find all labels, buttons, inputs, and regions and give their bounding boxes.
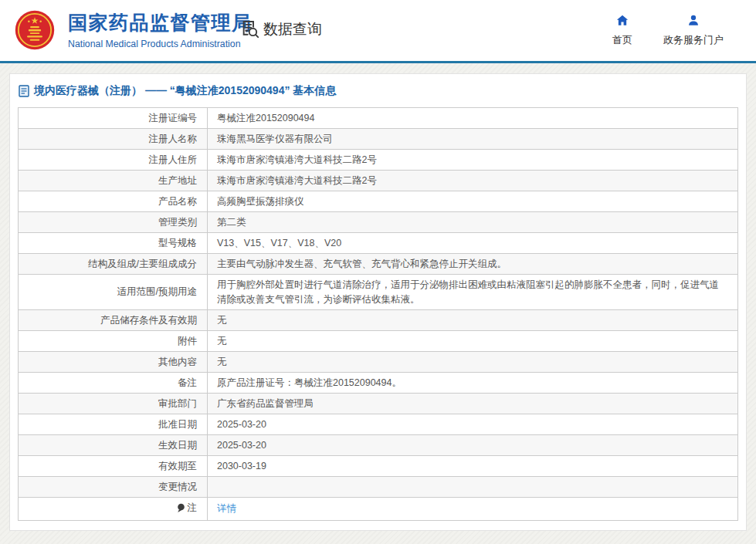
- table-row: 注册人名称珠海黑马医学仪器有限公司: [19, 129, 738, 150]
- table-row: 审批部门广东省药品监督管理局: [19, 394, 738, 414]
- table-row: 其他内容无: [19, 352, 738, 373]
- nav-home[interactable]: 首页: [612, 13, 632, 47]
- brand: 国家药品监督管理局 National Medical Products Admi…: [68, 10, 253, 49]
- content-panel: 境内医疗器械（注册） —— “粤械注准20152090494” 基本信息 注册证…: [9, 73, 747, 531]
- row-value: 珠海市唐家湾镇港湾大道科技二路2号: [208, 171, 738, 191]
- table-row: 适用范围/预期用途用于胸腔外部处置时进行气道清除治疗，适用于分泌物排出困难或由粘…: [19, 275, 738, 310]
- note-label-text: 注: [188, 501, 198, 515]
- row-value: V13、V15、V17、V18、V20: [208, 233, 738, 254]
- table-row: 备注原产品注册证号：粤械注准20152090494。: [19, 373, 738, 394]
- pin-icon: [177, 503, 185, 513]
- row-label: 生产地址: [19, 171, 208, 191]
- row-value: 无: [208, 310, 738, 331]
- row-value: 粤械注准20152090494: [208, 108, 738, 129]
- top-nav: 首页 政务服务门户: [612, 13, 724, 47]
- table-row: 产品名称高频胸壁振荡排痰仪: [19, 191, 738, 212]
- page-title-text: 境内医疗器械（注册） —— “粤械注准20152090494” 基本信息: [34, 84, 336, 98]
- table-row: 生产地址珠海市唐家湾镇港湾大道科技二路2号: [19, 171, 738, 191]
- table-row: 变更情况: [19, 477, 738, 498]
- table-row: 注册人住所珠海市唐家湾镇港湾大道科技二路2号: [19, 150, 738, 171]
- row-value: 2025-03-20: [208, 435, 738, 456]
- brand-title-cn: 国家药品监督管理局: [68, 10, 253, 35]
- table-row: 管理类别第二类: [19, 212, 738, 233]
- row-value: 高频胸壁振荡排痰仪: [208, 191, 738, 212]
- row-label: 注册人名称: [19, 129, 208, 150]
- row-value: 原产品注册证号：粤械注准20152090494。: [208, 373, 738, 394]
- row-value: [208, 477, 738, 498]
- row-value: 2030-03-19: [208, 456, 738, 477]
- row-label: 批准日期: [19, 414, 208, 435]
- table-row: 附件无: [19, 331, 738, 352]
- row-value: 第二类: [208, 212, 738, 233]
- row-label: 注册人住所: [19, 150, 208, 171]
- table-row: 批准日期2025-03-20: [19, 414, 738, 435]
- table-row: 有效期至2030-03-19: [19, 456, 738, 477]
- main-area: 境内医疗器械（注册） —— “粤械注准20152090494” 基本信息 注册证…: [0, 63, 756, 531]
- row-label: 变更情况: [19, 477, 208, 498]
- nav-portal[interactable]: 政务服务门户: [663, 13, 724, 47]
- row-label: 生效日期: [19, 435, 208, 456]
- row-value-note: 详情: [208, 498, 738, 521]
- row-label: 适用范围/预期用途: [19, 275, 208, 310]
- table-row: 注册证编号粤械注准20152090494: [19, 108, 738, 129]
- nav-data-query-label: 数据查询: [263, 19, 322, 39]
- row-value: 用于胸腔外部处置时进行气道清除治疗，适用于分泌物排出困难或由粘液阻塞引起的肺膨胀…: [208, 275, 738, 310]
- row-label: 产品名称: [19, 191, 208, 212]
- table-row: 产品储存条件及有效期无: [19, 310, 738, 331]
- row-label: 审批部门: [19, 394, 208, 414]
- page-title: 境内医疗器械（注册） —— “粤械注准20152090494” 基本信息: [10, 74, 746, 107]
- nav-home-label: 首页: [612, 33, 632, 47]
- nav-portal-label: 政务服务门户: [663, 33, 724, 47]
- row-label: 附件: [19, 331, 208, 352]
- row-value: 珠海市唐家湾镇港湾大道科技二路2号: [208, 150, 738, 171]
- table-row: 型号规格V13、V15、V17、V18、V20: [19, 233, 738, 254]
- document-icon: [19, 85, 29, 97]
- row-label: 备注: [19, 373, 208, 394]
- home-icon: [615, 13, 630, 28]
- site-header: 国家药品监督管理局 National Medical Products Admi…: [0, 0, 756, 61]
- row-label: 管理类别: [19, 212, 208, 233]
- row-label-note: 注: [19, 498, 208, 521]
- row-value: 珠海黑马医学仪器有限公司: [208, 129, 738, 150]
- row-label: 注册证编号: [19, 108, 208, 129]
- row-label: 结构及组成/主要组成成分: [19, 254, 208, 275]
- row-value: 无: [208, 352, 738, 373]
- row-label: 产品储存条件及有效期: [19, 310, 208, 331]
- table-row: 结构及组成/主要组成成分主要由气动脉冲发生器、充气软管、充气背心和紧急停止开关组…: [19, 254, 738, 275]
- row-value: 广东省药品监督管理局: [208, 394, 738, 414]
- info-table: 注册证编号粤械注准20152090494 注册人名称珠海黑马医学仪器有限公司 注…: [18, 107, 738, 521]
- user-icon: [686, 13, 701, 28]
- row-label: 型号规格: [19, 233, 208, 254]
- table-row: 生效日期2025-03-20: [19, 435, 738, 456]
- row-label: 其他内容: [19, 352, 208, 373]
- brand-title-en: National Medical Products Administration: [68, 39, 253, 49]
- national-emblem-logo: [14, 9, 56, 51]
- doc-search-icon: [239, 19, 260, 39]
- row-value: 2025-03-20: [208, 414, 738, 435]
- row-value: 无: [208, 331, 738, 352]
- table-row-note: 注 详情: [19, 498, 738, 521]
- row-label: 有效期至: [19, 456, 208, 477]
- row-value: 主要由气动脉冲发生器、充气软管、充气背心和紧急停止开关组成。: [208, 254, 738, 275]
- details-link[interactable]: 详情: [217, 503, 236, 514]
- nav-data-query[interactable]: 数据查询: [239, 19, 322, 39]
